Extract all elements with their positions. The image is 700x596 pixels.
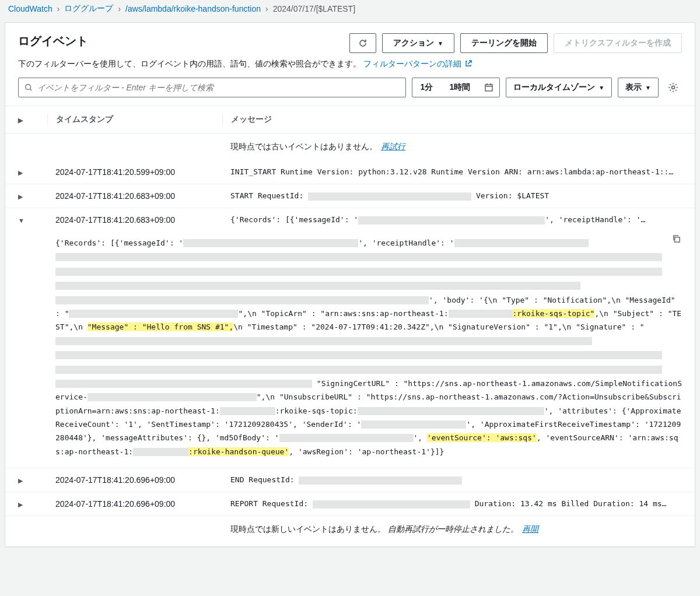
display-label: 表示 [625,82,642,93]
svg-rect-3 [675,237,680,242]
no-newer-events-row: 現時点では新しいイベントはありません。 自動再試行が一時停止されました。 再開 [5,516,695,546]
timestamp: 2024-07-17T18:41:20.599+09:00 [47,167,222,177]
breadcrumb-link-cloudwatch[interactable]: CloudWatch [8,4,52,13]
page-title: ログイベント [18,33,88,49]
caret-down-icon: ▼ [438,40,443,47]
breadcrumb-link-resource[interactable]: /aws/lambda/rkoike-handson-function [125,4,261,13]
log-row: 2024-07-17T18:41:20.696+09:00 REPORT Req… [5,492,695,516]
caret-down-icon: ▼ [598,85,604,91]
timestamp: 2024-07-17T18:41:20.696+09:00 [47,475,222,485]
display-selector[interactable]: 表示 ▼ [618,78,659,97]
message: END RequestId: [222,475,682,485]
log-row: 2024-07-17T18:41:20.696+09:00 END Reques… [5,468,695,492]
timestamp: 2024-07-17T18:41:20.683+09:00 [47,215,222,225]
log-row: 2024-07-17T18:41:20.599+09:00 INIT_START… [5,160,695,184]
message: INIT_START Runtime Version: python:3.12.… [222,167,682,176]
svg-point-0 [26,85,31,90]
caret-down-icon: ▼ [645,85,651,91]
calendar-icon[interactable] [478,83,499,92]
actions-button[interactable]: アクション ▼ [382,33,454,53]
expand-toggle[interactable] [18,215,47,225]
log-events-panel: ログイベント アクション ▼ テーリングを開始 メトリクスフィルターを作成 下の… [5,22,695,547]
actions-label: アクション [393,38,434,48]
time-range-selector[interactable]: 1分 1時間 [412,78,501,97]
copy-button[interactable] [672,234,681,247]
column-header-message: メッセージ [222,114,682,125]
no-older-events-row: 現時点では古いイベントはありません。 再試行 [5,134,695,160]
svg-point-2 [672,86,675,89]
filter-pattern-link[interactable]: フィルターパターンの詳細 [363,59,472,68]
external-link-icon [465,60,472,67]
search-input-wrapper[interactable] [18,78,406,97]
filter-events-input[interactable] [37,83,400,92]
chevron-right-icon: › [57,4,60,13]
retry-link[interactable]: 再試行 [381,142,405,152]
create-metric-filter-button: メトリクスフィルターを作成 [554,33,682,53]
resume-link[interactable]: 再開 [522,524,538,535]
expand-toggle[interactable] [18,499,47,509]
log-row: 2024-07-17T18:41:20.683+09:00 START Requ… [5,184,695,208]
timestamp: 2024-07-17T18:41:20.683+09:00 [47,191,222,201]
breadcrumb: CloudWatch › ロググループ › /aws/lambda/rkoike… [0,0,700,20]
svg-rect-1 [485,85,492,91]
log-row-expanded: 2024-07-17T18:41:20.683+09:00 {'Records'… [5,208,695,232]
timezone-label: ローカルタイムゾーン [513,82,595,93]
refresh-icon [358,38,368,48]
time-1h[interactable]: 1時間 [441,82,478,93]
settings-button[interactable] [664,78,682,97]
message: {'Records': [{'messageId': '', 'receiptH… [222,215,682,225]
subhead: 下のフィルターバーを使用して、ログイベント内の用語、語句、値の検索や照合ができま… [5,59,695,78]
search-icon [24,83,33,92]
expand-toggle[interactable] [18,167,47,177]
log-expanded-content: {'Records': [{'messageId': '', 'receiptH… [5,232,695,468]
time-1m[interactable]: 1分 [412,82,442,93]
copy-icon [672,234,681,243]
breadcrumb-current: 2024/07/17/[$LATEST] [273,4,355,13]
message: START RequestId: Version: $LATEST [222,191,682,201]
refresh-button[interactable] [349,33,376,53]
column-header-timestamp: タイムスタンプ [47,114,222,125]
timestamp: 2024-07-17T18:41:20.696+09:00 [47,499,222,509]
timezone-selector[interactable]: ローカルタイムゾーン ▼ [506,78,612,97]
chevron-right-icon: › [118,4,121,13]
message: REPORT RequestId: Duration: 13.42 ms Bil… [222,499,682,509]
start-tailing-button[interactable]: テーリングを開始 [460,33,548,53]
toolbar: 1分 1時間 ローカルタイムゾーン ▼ 表示 ▼ [5,78,695,106]
chevron-right-icon: › [265,4,268,13]
gear-icon [668,82,678,93]
breadcrumb-link-loggroups[interactable]: ロググループ [64,3,113,14]
table-header: タイムスタンプ メッセージ [5,106,695,134]
expand-toggle[interactable] [18,191,47,201]
expand-toggle[interactable] [18,475,47,485]
expand-all-toggle[interactable] [18,114,47,125]
